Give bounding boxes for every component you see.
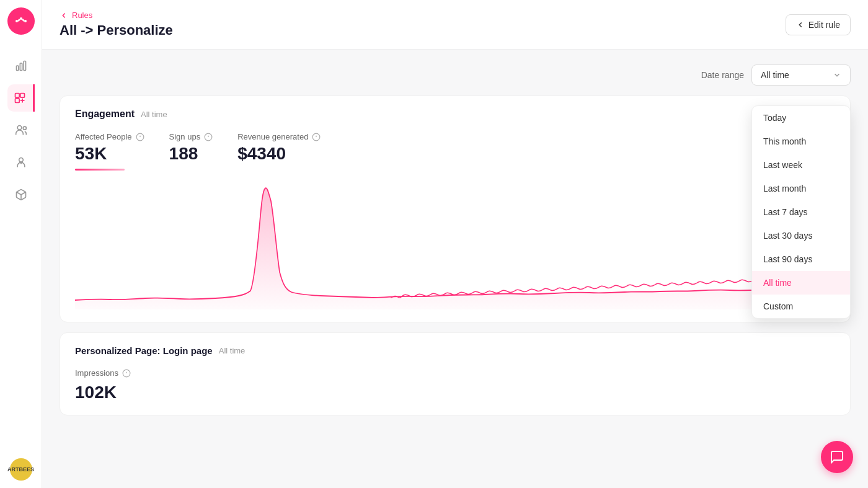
personalized-card-subtitle: All time <box>219 346 246 355</box>
stat-affected-people: Affected People 53K <box>75 132 144 171</box>
dropdown-item-custom[interactable]: Custom <box>752 295 850 318</box>
svg-line-3 <box>18 19 20 21</box>
stat-revenue: Revenue generated $4340 <box>237 132 321 171</box>
chat-icon <box>830 450 844 464</box>
dropdown-item-last-week[interactable]: Last week <box>752 153 850 177</box>
svg-point-11 <box>17 126 22 130</box>
affected-people-underline <box>75 169 125 171</box>
sidebar-item-analytics[interactable] <box>7 52 35 79</box>
edit-rule-label: Edit rule <box>808 20 840 30</box>
svg-line-4 <box>22 19 24 21</box>
dropdown-item-today[interactable]: Today <box>752 106 850 130</box>
sidebar: ARTBEES <box>0 0 42 488</box>
dropdown-item-last-90-days[interactable]: Last 90 days <box>752 247 850 271</box>
svg-point-0 <box>16 20 18 22</box>
edit-rule-button[interactable]: Edit rule <box>786 14 851 35</box>
breadcrumb[interactable]: Rules <box>60 11 173 20</box>
chevron-down-icon <box>833 71 841 79</box>
dropdown-item-this-month[interactable]: This month <box>752 130 850 153</box>
personalized-card-header: Personalized Page: Login page All time <box>75 345 835 356</box>
engagement-card-header: Engagement All time <box>75 109 835 120</box>
main-content: Rules All -> Personalize Edit rule Date … <box>42 0 868 488</box>
date-range-row: Date range All time <box>60 64 851 86</box>
stats-row: Affected People 53K Sign ups <box>75 132 835 171</box>
sidebar-avatar[interactable]: ARTBEES <box>10 458 32 481</box>
info-icon <box>122 369 131 378</box>
date-range-value: All time <box>761 70 789 80</box>
sidebar-nav <box>7 52 35 458</box>
engagement-chart <box>75 185 835 309</box>
dropdown-item-last-7-days[interactable]: Last 7 days <box>752 200 850 224</box>
topbar: Rules All -> Personalize Edit rule <box>42 0 868 50</box>
date-range-label: Date range <box>701 70 744 80</box>
impressions-label: Impressions <box>75 368 835 378</box>
info-icon <box>136 133 144 141</box>
sidebar-item-personas[interactable] <box>7 149 35 176</box>
date-range-select[interactable]: All time <box>751 64 851 86</box>
impressions-value: 102K <box>75 383 835 402</box>
sign-ups-value: 188 <box>169 144 213 164</box>
svg-point-1 <box>20 17 22 20</box>
personalized-card: Personalized Page: Login page All time I… <box>60 332 851 415</box>
topbar-left: Rules All -> Personalize <box>60 11 173 38</box>
logo[interactable] <box>7 7 35 35</box>
engagement-card-title: Engagement <box>75 109 135 120</box>
page-title: All -> Personalize <box>60 22 173 38</box>
engagement-card: Engagement All time Affected People 53K <box>60 95 851 322</box>
svg-point-2 <box>24 20 27 22</box>
svg-point-12 <box>19 158 23 162</box>
svg-rect-6 <box>20 63 22 71</box>
svg-rect-9 <box>20 94 25 98</box>
personalized-card-title: Personalized Page: Login page <box>75 345 213 356</box>
revenue-label: Revenue generated <box>237 132 321 141</box>
dropdown-item-all-time[interactable]: All time <box>752 271 850 295</box>
info-icon <box>312 133 321 141</box>
revenue-value: $4340 <box>237 144 321 164</box>
sidebar-item-rules[interactable] <box>7 84 35 112</box>
content-area: Date range All time Engagement All time … <box>42 50 868 488</box>
svg-rect-10 <box>16 99 20 103</box>
sidebar-item-integrations[interactable] <box>7 181 35 208</box>
sidebar-item-users[interactable] <box>7 117 35 144</box>
date-range-dropdown: Today This month Last week Last month La… <box>751 105 851 319</box>
affected-people-value: 53K <box>75 144 144 164</box>
stat-sign-ups: Sign ups 188 <box>169 132 213 171</box>
chat-button[interactable] <box>821 441 853 473</box>
engagement-card-subtitle: All time <box>141 110 167 119</box>
sign-ups-label: Sign ups <box>169 132 213 141</box>
svg-rect-8 <box>16 94 20 98</box>
svg-rect-5 <box>16 66 18 71</box>
info-icon <box>204 133 213 141</box>
svg-rect-7 <box>24 61 25 71</box>
breadcrumb-label: Rules <box>72 11 92 20</box>
dropdown-item-last-30-days[interactable]: Last 30 days <box>752 224 850 247</box>
dropdown-item-last-month[interactable]: Last month <box>752 177 850 200</box>
affected-people-label: Affected People <box>75 132 144 141</box>
